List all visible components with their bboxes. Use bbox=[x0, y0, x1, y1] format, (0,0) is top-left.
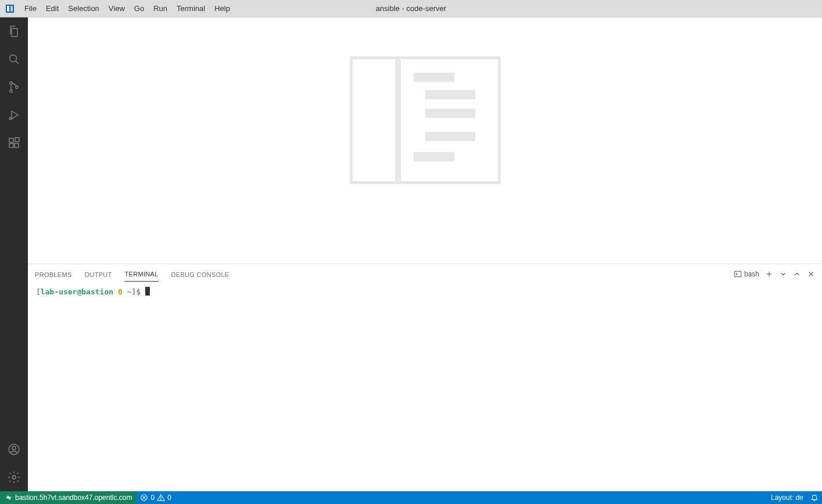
tab-debug-console[interactable]: Debug Console bbox=[171, 267, 229, 282]
svg-rect-12 bbox=[15, 143, 19, 147]
remote-host-button[interactable]: bastion.5h7vt.sandbox47.opentlc.com bbox=[0, 491, 137, 504]
svg-rect-21 bbox=[425, 109, 475, 118]
panel-actions: bash bbox=[734, 270, 815, 278]
svg-point-7 bbox=[16, 86, 18, 88]
svg-point-5 bbox=[10, 82, 12, 84]
accounts-icon[interactable] bbox=[0, 435, 28, 463]
explorer-icon[interactable] bbox=[0, 17, 28, 45]
terminal-shell-selector[interactable]: bash bbox=[734, 270, 759, 278]
terminal-shell-name: bash bbox=[744, 270, 759, 278]
terminal-body[interactable]: [lab-user@bastion 0 ~]$ bbox=[28, 283, 822, 491]
panel-tabs: Problems Output Terminal Debug Console b… bbox=[28, 264, 822, 283]
tab-terminal[interactable]: Terminal bbox=[125, 266, 159, 282]
menu-view[interactable]: View bbox=[104, 0, 130, 17]
svg-rect-2 bbox=[10, 6, 13, 12]
panel-close-icon[interactable] bbox=[807, 270, 815, 278]
svg-rect-10 bbox=[9, 138, 13, 142]
prompt-status: 0 bbox=[118, 287, 123, 296]
menu-terminal[interactable]: Terminal bbox=[172, 0, 210, 17]
prompt-suffix: ]$ bbox=[131, 287, 141, 296]
svg-rect-11 bbox=[9, 143, 13, 147]
svg-rect-23 bbox=[414, 152, 454, 161]
editor-panel-area: Problems Output Terminal Debug Console b… bbox=[28, 17, 822, 491]
menu-edit[interactable]: Edit bbox=[41, 0, 63, 17]
error-count: 0 bbox=[150, 494, 155, 502]
problems-status[interactable]: 0 0 bbox=[137, 491, 174, 504]
svg-point-9 bbox=[9, 117, 12, 120]
menu-selection[interactable]: Selection bbox=[63, 0, 103, 17]
panel-maximize-icon[interactable] bbox=[793, 270, 801, 278]
svg-line-4 bbox=[16, 61, 19, 64]
svg-point-6 bbox=[10, 90, 12, 92]
terminal-cursor bbox=[145, 287, 150, 296]
source-control-icon[interactable] bbox=[0, 73, 28, 101]
svg-rect-13 bbox=[15, 138, 19, 142]
terminal-dropdown-icon[interactable] bbox=[779, 270, 787, 278]
svg-point-33 bbox=[161, 499, 161, 500]
svg-point-16 bbox=[12, 476, 16, 479]
tab-output[interactable]: Output bbox=[85, 267, 112, 282]
keyboard-layout[interactable]: Layout: de bbox=[767, 491, 807, 504]
titlebar: File Edit Selection View Go Run Terminal… bbox=[0, 0, 822, 17]
svg-point-15 bbox=[12, 447, 16, 450]
menu-run[interactable]: Run bbox=[149, 0, 172, 17]
prompt-user-host: lab-user@bastion bbox=[41, 287, 113, 296]
svg-marker-8 bbox=[12, 111, 18, 119]
run-debug-icon[interactable] bbox=[0, 101, 28, 129]
activity-bar bbox=[0, 17, 28, 491]
tab-problems[interactable]: Problems bbox=[35, 267, 72, 282]
svg-rect-1 bbox=[7, 6, 9, 12]
menu-bar: File Edit Selection View Go Run Terminal… bbox=[20, 0, 235, 17]
settings-gear-icon[interactable] bbox=[0, 463, 28, 491]
warning-count: 0 bbox=[167, 494, 171, 502]
menu-go[interactable]: Go bbox=[130, 0, 149, 17]
extensions-icon[interactable] bbox=[0, 129, 28, 157]
empty-editor bbox=[28, 17, 822, 264]
app-menu-icon[interactable] bbox=[0, 4, 20, 13]
menu-help[interactable]: Help bbox=[210, 0, 235, 17]
search-icon[interactable] bbox=[0, 45, 28, 73]
svg-rect-18 bbox=[395, 59, 401, 181]
status-bar: bastion.5h7vt.sandbox47.opentlc.com 0 0 … bbox=[0, 491, 822, 504]
svg-rect-19 bbox=[414, 73, 454, 82]
svg-point-3 bbox=[10, 55, 17, 62]
menu-file[interactable]: File bbox=[20, 0, 41, 17]
bottom-panel: Problems Output Terminal Debug Console b… bbox=[28, 264, 822, 491]
svg-rect-22 bbox=[425, 132, 475, 141]
notifications-bell-icon[interactable] bbox=[807, 491, 822, 504]
remote-host-label: bastion.5h7vt.sandbox47.opentlc.com bbox=[15, 494, 132, 502]
new-terminal-icon[interactable] bbox=[765, 270, 773, 278]
workbench: Problems Output Terminal Debug Console b… bbox=[0, 17, 822, 491]
svg-rect-20 bbox=[425, 90, 475, 99]
editor-watermark-icon bbox=[350, 56, 501, 186]
